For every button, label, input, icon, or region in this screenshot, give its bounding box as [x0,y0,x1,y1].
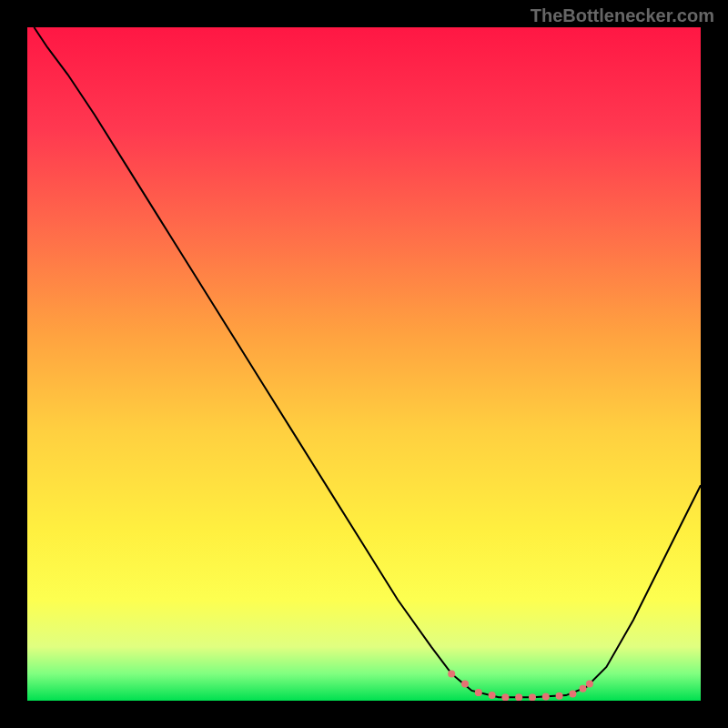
svg-rect-0 [27,27,701,701]
chart-container [27,27,701,701]
gradient-background [27,27,701,701]
watermark-text: TheBottlenecker.com [531,5,714,26]
